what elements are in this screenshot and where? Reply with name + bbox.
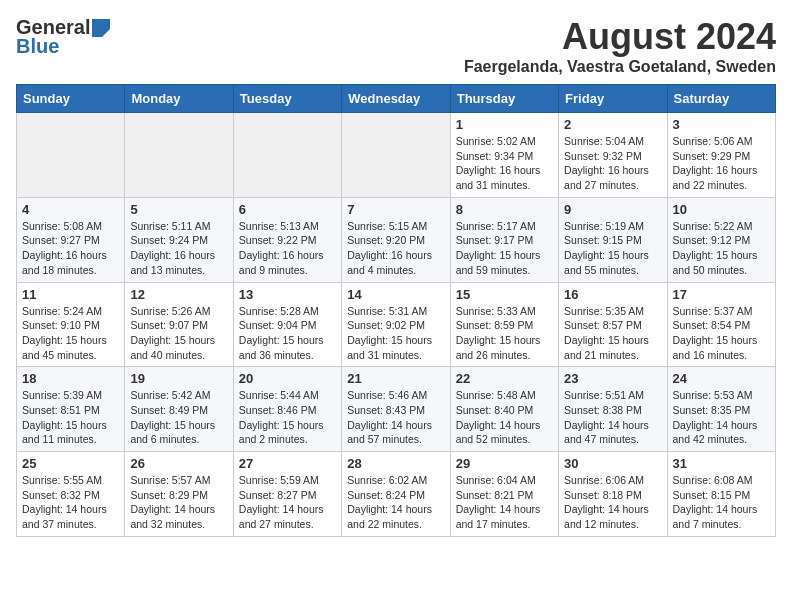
sunrise-text: Sunrise: 5:53 AM	[673, 389, 753, 401]
sunrise-text: Sunrise: 5:48 AM	[456, 389, 536, 401]
sunset-text: Sunset: 8:35 PM	[673, 404, 751, 416]
daylight-text: Daylight: 15 hours and 26 minutes.	[456, 334, 541, 361]
sunset-text: Sunset: 9:32 PM	[564, 150, 642, 162]
sunset-text: Sunset: 9:10 PM	[22, 319, 100, 331]
sunset-text: Sunset: 9:12 PM	[673, 234, 751, 246]
sunrise-text: Sunrise: 5:08 AM	[22, 220, 102, 232]
day-number: 18	[22, 371, 119, 386]
location: Faergelanda, Vaestra Goetaland, Sweden	[464, 58, 776, 76]
day-info: Sunrise: 5:57 AM Sunset: 8:29 PM Dayligh…	[130, 473, 227, 532]
sunset-text: Sunset: 8:32 PM	[22, 489, 100, 501]
sunrise-text: Sunrise: 5:35 AM	[564, 305, 644, 317]
day-info: Sunrise: 5:51 AM Sunset: 8:38 PM Dayligh…	[564, 388, 661, 447]
calendar-table: SundayMondayTuesdayWednesdayThursdayFrid…	[16, 84, 776, 537]
sunrise-text: Sunrise: 5:11 AM	[130, 220, 210, 232]
sunrise-text: Sunrise: 5:39 AM	[22, 389, 102, 401]
calendar-week-row: 25 Sunrise: 5:55 AM Sunset: 8:32 PM Dayl…	[17, 452, 776, 537]
daylight-text: Daylight: 15 hours and 45 minutes.	[22, 334, 107, 361]
calendar-cell: 2 Sunrise: 5:04 AM Sunset: 9:32 PM Dayli…	[559, 113, 667, 198]
day-number: 11	[22, 287, 119, 302]
day-info: Sunrise: 5:02 AM Sunset: 9:34 PM Dayligh…	[456, 134, 553, 193]
day-number: 26	[130, 456, 227, 471]
sunset-text: Sunset: 9:17 PM	[456, 234, 534, 246]
calendar-header-row: SundayMondayTuesdayWednesdayThursdayFrid…	[17, 85, 776, 113]
logo-blue-text: Blue	[16, 35, 59, 58]
daylight-text: Daylight: 14 hours and 12 minutes.	[564, 503, 649, 530]
sunset-text: Sunset: 8:57 PM	[564, 319, 642, 331]
calendar-cell: 6 Sunrise: 5:13 AM Sunset: 9:22 PM Dayli…	[233, 197, 341, 282]
day-number: 4	[22, 202, 119, 217]
sunrise-text: Sunrise: 5:55 AM	[22, 474, 102, 486]
calendar-cell: 23 Sunrise: 5:51 AM Sunset: 8:38 PM Dayl…	[559, 367, 667, 452]
calendar-cell: 29 Sunrise: 6:04 AM Sunset: 8:21 PM Dayl…	[450, 452, 558, 537]
day-info: Sunrise: 5:33 AM Sunset: 8:59 PM Dayligh…	[456, 304, 553, 363]
day-info: Sunrise: 5:44 AM Sunset: 8:46 PM Dayligh…	[239, 388, 336, 447]
day-info: Sunrise: 5:59 AM Sunset: 8:27 PM Dayligh…	[239, 473, 336, 532]
daylight-text: Daylight: 15 hours and 2 minutes.	[239, 419, 324, 446]
daylight-text: Daylight: 14 hours and 57 minutes.	[347, 419, 432, 446]
sunrise-text: Sunrise: 5:42 AM	[130, 389, 210, 401]
sunrise-text: Sunrise: 5:51 AM	[564, 389, 644, 401]
daylight-text: Daylight: 15 hours and 6 minutes.	[130, 419, 215, 446]
calendar-cell: 15 Sunrise: 5:33 AM Sunset: 8:59 PM Dayl…	[450, 282, 558, 367]
day-info: Sunrise: 5:39 AM Sunset: 8:51 PM Dayligh…	[22, 388, 119, 447]
day-number: 1	[456, 117, 553, 132]
calendar-cell: 13 Sunrise: 5:28 AM Sunset: 9:04 PM Dayl…	[233, 282, 341, 367]
calendar-cell: 5 Sunrise: 5:11 AM Sunset: 9:24 PM Dayli…	[125, 197, 233, 282]
calendar-header-thursday: Thursday	[450, 85, 558, 113]
calendar-cell: 25 Sunrise: 5:55 AM Sunset: 8:32 PM Dayl…	[17, 452, 125, 537]
day-number: 29	[456, 456, 553, 471]
calendar-header-friday: Friday	[559, 85, 667, 113]
calendar-cell: 11 Sunrise: 5:24 AM Sunset: 9:10 PM Dayl…	[17, 282, 125, 367]
daylight-text: Daylight: 16 hours and 31 minutes.	[456, 164, 541, 191]
sunrise-text: Sunrise: 5:15 AM	[347, 220, 427, 232]
day-info: Sunrise: 5:13 AM Sunset: 9:22 PM Dayligh…	[239, 219, 336, 278]
svg-marker-0	[92, 19, 110, 37]
day-info: Sunrise: 5:04 AM Sunset: 9:32 PM Dayligh…	[564, 134, 661, 193]
calendar-cell: 12 Sunrise: 5:26 AM Sunset: 9:07 PM Dayl…	[125, 282, 233, 367]
sunrise-text: Sunrise: 5:06 AM	[673, 135, 753, 147]
sunrise-text: Sunrise: 6:06 AM	[564, 474, 644, 486]
day-info: Sunrise: 5:35 AM Sunset: 8:57 PM Dayligh…	[564, 304, 661, 363]
calendar-cell: 3 Sunrise: 5:06 AM Sunset: 9:29 PM Dayli…	[667, 113, 775, 198]
sunrise-text: Sunrise: 5:13 AM	[239, 220, 319, 232]
sunset-text: Sunset: 9:20 PM	[347, 234, 425, 246]
sunrise-text: Sunrise: 5:46 AM	[347, 389, 427, 401]
daylight-text: Daylight: 16 hours and 18 minutes.	[22, 249, 107, 276]
calendar-cell: 20 Sunrise: 5:44 AM Sunset: 8:46 PM Dayl…	[233, 367, 341, 452]
calendar-cell: 19 Sunrise: 5:42 AM Sunset: 8:49 PM Dayl…	[125, 367, 233, 452]
day-info: Sunrise: 5:46 AM Sunset: 8:43 PM Dayligh…	[347, 388, 444, 447]
title-section: August 2024 Faergelanda, Vaestra Goetala…	[464, 16, 776, 76]
calendar-cell: 18 Sunrise: 5:39 AM Sunset: 8:51 PM Dayl…	[17, 367, 125, 452]
daylight-text: Daylight: 16 hours and 13 minutes.	[130, 249, 215, 276]
sunrise-text: Sunrise: 5:57 AM	[130, 474, 210, 486]
day-info: Sunrise: 5:48 AM Sunset: 8:40 PM Dayligh…	[456, 388, 553, 447]
day-number: 15	[456, 287, 553, 302]
day-number: 17	[673, 287, 770, 302]
calendar-week-row: 4 Sunrise: 5:08 AM Sunset: 9:27 PM Dayli…	[17, 197, 776, 282]
day-number: 27	[239, 456, 336, 471]
sunset-text: Sunset: 8:21 PM	[456, 489, 534, 501]
day-number: 2	[564, 117, 661, 132]
day-number: 31	[673, 456, 770, 471]
calendar-cell	[125, 113, 233, 198]
day-number: 10	[673, 202, 770, 217]
day-info: Sunrise: 5:26 AM Sunset: 9:07 PM Dayligh…	[130, 304, 227, 363]
daylight-text: Daylight: 15 hours and 50 minutes.	[673, 249, 758, 276]
day-number: 22	[456, 371, 553, 386]
calendar-week-row: 18 Sunrise: 5:39 AM Sunset: 8:51 PM Dayl…	[17, 367, 776, 452]
sunrise-text: Sunrise: 5:26 AM	[130, 305, 210, 317]
day-number: 28	[347, 456, 444, 471]
daylight-text: Daylight: 16 hours and 4 minutes.	[347, 249, 432, 276]
sunset-text: Sunset: 9:07 PM	[130, 319, 208, 331]
sunset-text: Sunset: 9:29 PM	[673, 150, 751, 162]
day-info: Sunrise: 5:28 AM Sunset: 9:04 PM Dayligh…	[239, 304, 336, 363]
calendar-cell	[233, 113, 341, 198]
day-info: Sunrise: 5:15 AM Sunset: 9:20 PM Dayligh…	[347, 219, 444, 278]
sunrise-text: Sunrise: 5:22 AM	[673, 220, 753, 232]
calendar-cell	[342, 113, 450, 198]
sunset-text: Sunset: 8:43 PM	[347, 404, 425, 416]
sunrise-text: Sunrise: 5:33 AM	[456, 305, 536, 317]
day-info: Sunrise: 6:06 AM Sunset: 8:18 PM Dayligh…	[564, 473, 661, 532]
daylight-text: Daylight: 14 hours and 52 minutes.	[456, 419, 541, 446]
